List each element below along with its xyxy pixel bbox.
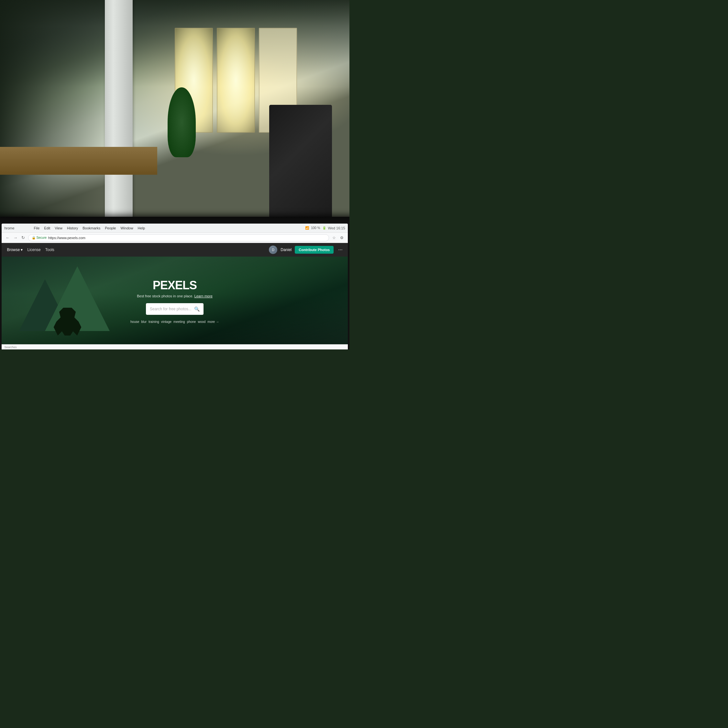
pexels-navbar: Browse ▾ License Tools D Daniel Contribu… bbox=[2, 243, 347, 257]
hero-content: PEXELS Best free stock photos in one pla… bbox=[130, 278, 219, 324]
learn-more-link[interactable]: Learn more bbox=[194, 294, 213, 298]
license-link[interactable]: License bbox=[27, 248, 40, 252]
navigation-buttons: ← → ↻ bbox=[4, 235, 26, 241]
tag-wood[interactable]: wood bbox=[198, 320, 205, 324]
address-input[interactable]: 🔒 Secure https://www.pexels.com bbox=[28, 234, 329, 242]
app-name: hrome bbox=[4, 226, 14, 230]
battery-icon: 🔋 bbox=[322, 226, 326, 230]
address-bar-row: ← → ↻ 🔒 Secure https://www.pexels.com ☆ … bbox=[2, 232, 347, 243]
bookmark-icon[interactable]: ☆ bbox=[331, 235, 338, 241]
chevron-down-icon: ▾ bbox=[21, 248, 23, 252]
menu-window[interactable]: Window bbox=[120, 226, 133, 230]
extensions-icon[interactable]: ⚙ bbox=[339, 235, 345, 241]
back-button[interactable]: ← bbox=[4, 235, 11, 241]
chrome-menu-items: File Edit View History Bookmarks People … bbox=[34, 226, 145, 230]
tag-vintage[interactable]: vintage bbox=[161, 320, 171, 324]
wifi-icon: 📶 bbox=[305, 226, 309, 230]
pexels-nav-left: Browse ▾ License Tools bbox=[7, 248, 54, 252]
zoom-level: 100 % bbox=[311, 226, 320, 230]
avatar-initial: D bbox=[272, 248, 274, 252]
browser-screen: hrome File Edit View History Bookmarks P… bbox=[2, 223, 347, 349]
contribute-photos-button[interactable]: Contribute Photos bbox=[295, 246, 333, 254]
tag-meeting[interactable]: meeting bbox=[173, 320, 185, 324]
avatar[interactable]: D bbox=[269, 246, 277, 254]
address-bar-right: ☆ ⚙ bbox=[331, 235, 345, 241]
more-options-icon[interactable]: ··· bbox=[338, 247, 342, 253]
monitor-right-edge bbox=[348, 223, 349, 349]
office-chair bbox=[269, 105, 332, 227]
search-tags: house blur training vintage meeting phon… bbox=[130, 320, 219, 324]
search-placeholder: Search for free photos... bbox=[150, 307, 191, 311]
system-time: Wed 16:15 bbox=[328, 226, 345, 230]
chrome-right-icons: 📶 100 % 🔋 Wed 16:15 bbox=[305, 226, 345, 230]
status-bar: Searches bbox=[2, 344, 347, 349]
tagline-text: Best free stock photos in one place. bbox=[137, 294, 193, 298]
menu-view[interactable]: View bbox=[55, 226, 63, 230]
tools-button[interactable]: Tools bbox=[45, 248, 54, 252]
status-text: Searches bbox=[4, 346, 17, 349]
menu-bookmarks[interactable]: Bookmarks bbox=[83, 226, 100, 230]
menu-people[interactable]: People bbox=[105, 226, 116, 230]
url-text: https://www.pexels.com bbox=[48, 236, 86, 240]
office-plant bbox=[168, 87, 196, 157]
reload-button[interactable]: ↻ bbox=[20, 235, 26, 241]
menu-edit[interactable]: Edit bbox=[44, 226, 50, 230]
browse-button[interactable]: Browse ▾ bbox=[7, 248, 23, 252]
secure-badge: 🔒 Secure bbox=[32, 236, 47, 239]
tag-phone[interactable]: phone bbox=[187, 320, 196, 324]
forward-button[interactable]: → bbox=[12, 235, 18, 241]
browse-label: Browse bbox=[7, 248, 20, 252]
search-icon: 🔍 bbox=[194, 306, 200, 312]
office-desk bbox=[0, 147, 157, 175]
lock-icon: 🔒 bbox=[32, 236, 35, 239]
tag-blur[interactable]: blur bbox=[141, 320, 147, 324]
pexels-hero: PEXELS Best free stock photos in one pla… bbox=[2, 257, 347, 349]
tag-more[interactable]: more → bbox=[207, 320, 219, 324]
pexels-logo: PEXELS bbox=[153, 278, 197, 292]
tag-training[interactable]: training bbox=[148, 320, 159, 324]
search-input-container[interactable]: Search for free photos... 🔍 bbox=[146, 303, 203, 315]
office-column bbox=[105, 0, 133, 227]
menu-file[interactable]: File bbox=[34, 226, 40, 230]
tag-house[interactable]: house bbox=[130, 320, 139, 324]
pexels-nav-right: D Daniel Contribute Photos ··· bbox=[269, 246, 342, 254]
bg-window-2 bbox=[217, 28, 255, 133]
hero-tagline: Best free stock photos in one place. Lea… bbox=[137, 294, 213, 298]
menu-help[interactable]: Help bbox=[138, 226, 145, 230]
hiker-body bbox=[54, 308, 81, 335]
search-bar: Search for free photos... 🔍 bbox=[146, 303, 203, 315]
menu-history[interactable]: History bbox=[67, 226, 78, 230]
user-name[interactable]: Daniel bbox=[280, 248, 292, 252]
secure-label: Secure bbox=[36, 236, 47, 239]
hiker-silhouette bbox=[54, 308, 81, 335]
chrome-os-bar: hrome File Edit View History Bookmarks P… bbox=[2, 223, 347, 232]
